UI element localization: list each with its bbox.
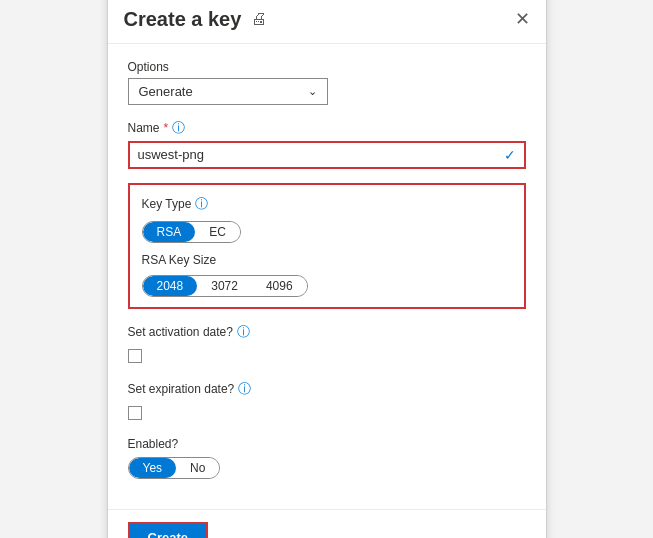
activation-group: Set activation date? ⓘ <box>128 323 526 366</box>
rsa-size-3072[interactable]: 3072 <box>197 276 252 296</box>
name-input-wrapper: ✓ <box>128 141 526 169</box>
panel-header: Create a key 🖨 ✕ <box>108 0 546 44</box>
key-type-rsa[interactable]: RSA <box>143 222 196 242</box>
options-group: Options Generate ⌄ <box>128 60 526 105</box>
activation-checkbox[interactable] <box>128 349 142 363</box>
input-check-icon: ✓ <box>504 147 516 163</box>
key-type-toggle: RSA EC <box>142 221 241 243</box>
title-row: Create a key 🖨 <box>124 8 268 31</box>
name-label: Name * ⓘ <box>128 119 526 137</box>
key-type-ec[interactable]: EC <box>195 222 240 242</box>
activation-label: Set activation date? ⓘ <box>128 323 526 341</box>
expiration-label: Set expiration date? ⓘ <box>128 380 526 398</box>
options-label: Options <box>128 60 526 74</box>
expiration-checkbox[interactable] <box>128 406 142 420</box>
activation-info-icon[interactable]: ⓘ <box>237 323 250 341</box>
expiration-group: Set expiration date? ⓘ <box>128 380 526 423</box>
expiration-info-icon[interactable]: ⓘ <box>238 380 251 398</box>
panel-body: Options Generate ⌄ Name * ⓘ ✓ Key Type <box>108 44 546 509</box>
rsa-size-2048[interactable]: 2048 <box>143 276 198 296</box>
enabled-toggle: Yes No <box>128 457 221 479</box>
key-type-label: Key Type ⓘ <box>142 195 512 213</box>
options-select[interactable]: Generate ⌄ <box>128 78 328 105</box>
rsa-key-size-label: RSA Key Size <box>142 253 512 267</box>
key-type-info-icon[interactable]: ⓘ <box>195 195 208 213</box>
enabled-label: Enabled? <box>128 437 526 451</box>
close-icon[interactable]: ✕ <box>515 10 530 28</box>
enabled-no[interactable]: No <box>176 458 219 478</box>
options-value: Generate <box>139 84 193 99</box>
enabled-group: Enabled? Yes No <box>128 437 526 479</box>
name-input[interactable] <box>138 147 504 162</box>
name-info-icon[interactable]: ⓘ <box>172 119 185 137</box>
rsa-key-size-toggle: 2048 3072 4096 <box>142 275 308 297</box>
chevron-down-icon: ⌄ <box>308 85 317 98</box>
page-title: Create a key <box>124 8 242 31</box>
name-group: Name * ⓘ ✓ <box>128 119 526 169</box>
rsa-size-4096[interactable]: 4096 <box>252 276 307 296</box>
create-button[interactable]: Create <box>128 522 208 539</box>
print-icon[interactable]: 🖨 <box>251 10 267 28</box>
panel-footer: Create <box>108 509 546 539</box>
required-indicator: * <box>164 121 169 135</box>
create-key-panel: Home > myimport1 > Select key from Azure… <box>107 0 547 538</box>
key-type-section: Key Type ⓘ RSA EC RSA Key Size 2048 3072… <box>128 183 526 309</box>
enabled-yes[interactable]: Yes <box>129 458 177 478</box>
